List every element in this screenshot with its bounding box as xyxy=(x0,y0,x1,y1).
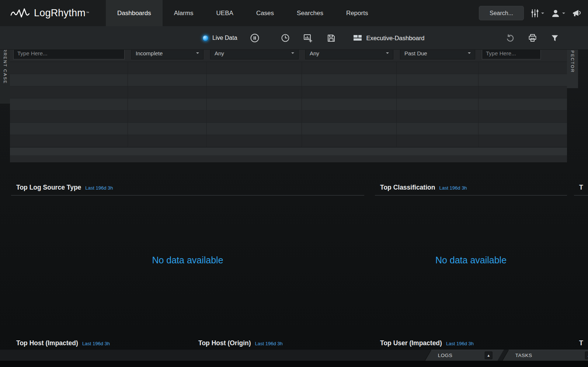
nav-tab-cases[interactable]: Cases xyxy=(245,0,285,26)
widget-title: Top Log Source Type xyxy=(16,184,81,191)
case-grid-scrollbar[interactable] xyxy=(10,147,567,155)
widget-header: T xyxy=(574,179,588,195)
logs-drawer-tab[interactable]: LOGS ▲ xyxy=(424,350,504,361)
chevron-down-icon xyxy=(196,52,199,55)
tasks-label: TASKS xyxy=(515,353,532,358)
no-data-message: No data available xyxy=(375,255,567,266)
trademark: ™ xyxy=(86,11,89,15)
widget-title: T xyxy=(579,184,583,191)
widget-top-classification: Top Classification Last 196d 3h No data … xyxy=(375,179,567,347)
widget-header: Top Host (Impacted) Last 196d 3h xyxy=(11,335,182,351)
user-icon xyxy=(551,8,560,18)
dashboard-selector[interactable]: Executive-Dashboard xyxy=(353,34,425,42)
nav-tab-ueba[interactable]: UEBA xyxy=(205,0,245,26)
filter-cell: Any xyxy=(302,50,397,62)
widget-header: Top User (Impacted) Last 196d 3h xyxy=(375,335,567,351)
main-nav-tabs: Dashboards Alarms UEBA Cases Searches Re… xyxy=(106,0,379,26)
nav-tab-searches[interactable]: Searches xyxy=(285,0,335,26)
status-filter-dropdown[interactable]: Incomplete xyxy=(131,50,203,59)
widget-time-range: Last 196d 3h xyxy=(439,185,467,191)
live-data-radio[interactable] xyxy=(202,35,209,41)
dropdown-value: Any xyxy=(310,50,319,56)
pause-button[interactable] xyxy=(250,33,260,43)
preferences-button[interactable] xyxy=(530,8,544,18)
toolbar-right xyxy=(505,26,559,50)
no-data-message: No data available xyxy=(11,255,364,266)
save-icon xyxy=(327,34,336,43)
toolbar-center: Live Data xyxy=(202,26,424,50)
filter-button[interactable] xyxy=(551,34,559,42)
dropdown-value: Past Due xyxy=(404,50,427,56)
case-filter-input-2[interactable] xyxy=(482,50,541,59)
live-data-label: Live Data xyxy=(212,35,237,41)
add-widget-icon xyxy=(303,33,313,43)
widget-clipped-top: T xyxy=(574,179,588,347)
case-grid-filter-row: Incomplete Any Any Past Due xyxy=(10,50,567,62)
megaphone-icon xyxy=(572,8,582,18)
notifications-button[interactable] xyxy=(572,8,582,18)
save-dashboard-button[interactable] xyxy=(327,34,336,43)
filter-cell: Any xyxy=(207,50,302,62)
chevron-down-icon xyxy=(291,52,294,55)
user-menu-button[interactable] xyxy=(551,8,565,18)
dashboard-toolbar: Live Data xyxy=(0,26,588,50)
case-filter-input-1[interactable] xyxy=(13,50,125,59)
bottom-edge xyxy=(0,361,588,367)
bottom-drawer-bar: LOGS ▲ TASKS ▲ xyxy=(0,350,588,361)
dashboard-layout-icon xyxy=(353,34,362,42)
chevron-down-icon xyxy=(468,52,471,55)
widget-title: Top Host (Origin) xyxy=(198,339,251,347)
clock-icon xyxy=(281,34,290,42)
reset-button[interactable] xyxy=(505,34,514,42)
brand-name: LogRhythm xyxy=(34,7,86,18)
widget-header: T xyxy=(574,335,588,351)
sliders-icon xyxy=(530,8,539,18)
widget-header: Top Host (Origin) Last 196d 3h xyxy=(193,335,364,351)
chevron-down-icon xyxy=(562,13,565,15)
widget-time-range: Last 196d 3h xyxy=(255,341,283,346)
time-range-button[interactable] xyxy=(281,34,290,42)
chevron-down-icon xyxy=(386,52,389,55)
case-row xyxy=(10,123,567,135)
logs-expand-button[interactable]: ▲ xyxy=(485,352,493,359)
widget-title: T xyxy=(579,339,583,347)
case-row xyxy=(10,135,567,147)
widget-time-range: Last 196d 3h xyxy=(82,341,110,346)
nav-tab-reports[interactable]: Reports xyxy=(335,0,380,26)
search-button[interactable]: Search... xyxy=(479,6,524,20)
chevron-down-icon xyxy=(541,13,544,15)
dropdown-value: Any xyxy=(215,50,224,56)
case-row xyxy=(10,98,567,111)
top-nav: LogRhythm™ Dashboards Alarms UEBA Cases … xyxy=(0,0,588,26)
filter-cell: Past Due xyxy=(397,50,479,62)
case-grid: Incomplete Any Any Past Due xyxy=(10,50,567,162)
nav-tab-dashboards[interactable]: Dashboards xyxy=(106,0,163,26)
filter-cell: Incomplete xyxy=(128,50,207,62)
tasks-drawer-tab[interactable]: TASKS ▲ xyxy=(502,350,588,361)
widget-time-range: Last 196d 3h xyxy=(85,185,113,191)
brand-text: LogRhythm™ xyxy=(34,7,89,19)
filter-cell xyxy=(479,50,567,62)
widget-title: Top Host (Impacted) xyxy=(16,339,78,347)
widget-top-log-source-type: Top Log Source Type Last 196d 3h No data… xyxy=(11,179,364,347)
filter-funnel-icon xyxy=(551,34,559,42)
widget-title: Top Classification xyxy=(380,184,435,191)
dropdown-value: Incomplete xyxy=(136,50,163,56)
case-grid-body xyxy=(10,62,567,147)
case-row xyxy=(10,86,567,98)
owner-filter-dropdown[interactable]: Any xyxy=(305,50,393,59)
priority-filter-dropdown[interactable]: Any xyxy=(210,50,299,59)
undo-icon xyxy=(505,34,514,42)
dashboard-name: Executive-Dashboard xyxy=(366,35,425,42)
tasks-expand-button[interactable]: ▲ xyxy=(585,352,588,359)
due-filter-dropdown[interactable]: Past Due xyxy=(400,50,475,59)
widget-header: Top Log Source Type Last 196d 3h xyxy=(11,179,364,195)
case-row xyxy=(10,62,567,74)
printer-icon xyxy=(528,34,537,42)
nav-tab-alarms[interactable]: Alarms xyxy=(163,0,205,26)
print-button[interactable] xyxy=(528,34,537,42)
add-widget-button[interactable] xyxy=(303,33,313,43)
pause-icon xyxy=(250,33,260,43)
widget-time-range: Last 196d 3h xyxy=(446,341,474,346)
logs-label: LOGS xyxy=(438,353,453,358)
